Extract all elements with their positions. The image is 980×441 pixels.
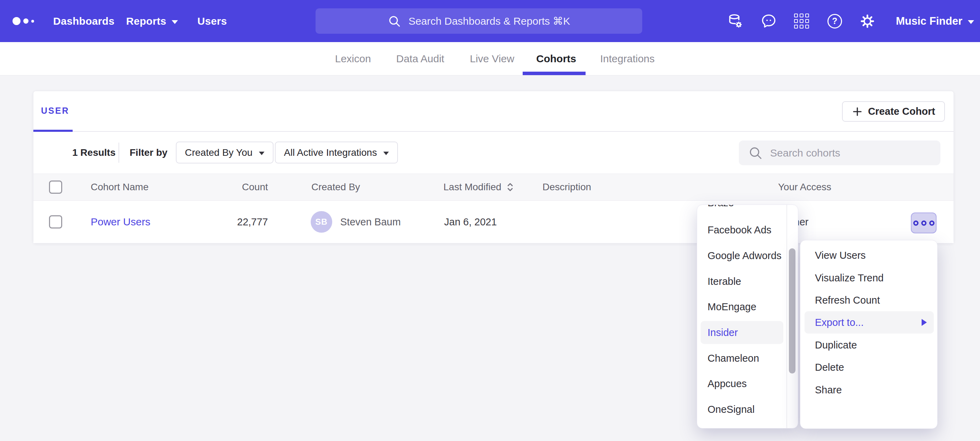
menu-item-visualize-trend[interactable]: Visualize Trend	[805, 267, 934, 289]
menu-item-insider[interactable]: Insider	[701, 321, 783, 344]
tab-lexicon[interactable]: Lexicon	[335, 42, 371, 75]
tab-data-audit[interactable]: Data Audit	[396, 42, 444, 75]
row-more-actions-button[interactable]	[911, 213, 937, 233]
search-icon	[388, 14, 401, 28]
search-cohorts-placeholder: Search cohorts	[770, 147, 840, 159]
tab-user-cohorts-label: USER	[41, 106, 69, 116]
menu-item-iterable[interactable]: Iterable	[701, 270, 783, 293]
filter-by-label: Filter by	[130, 132, 167, 174]
logo-dot-icon	[13, 17, 21, 25]
filter-bar: 1 Results Filter by Created By You All A…	[33, 132, 954, 174]
settings-gear-icon[interactable]	[858, 0, 877, 42]
help-icon[interactable]	[826, 0, 844, 42]
menu-item-export-to-label: Export to...	[815, 317, 864, 328]
nav-reports-label: Reports	[126, 15, 166, 27]
menu-item-duplicate[interactable]: Duplicate	[805, 334, 934, 356]
chevron-down-icon	[259, 152, 264, 155]
project-name: Music Finder	[896, 15, 962, 27]
integrations-dropdown-label: All Active Integrations	[284, 147, 377, 158]
menu-item-view-users[interactable]: View Users	[805, 244, 934, 267]
cohorts-card: USER Create Cohort 1 Results Filter by C…	[33, 91, 954, 243]
table-row: Power Users 22,777 SB Steven Baum Jan 6,…	[33, 201, 954, 243]
apps-grid-icon[interactable]	[792, 0, 810, 42]
logo-dot-icon	[23, 18, 29, 24]
last-modified-date: Jan 6, 2021	[444, 201, 497, 243]
project-switcher[interactable]: Music Finder	[896, 0, 974, 42]
row-checkbox[interactable]	[49, 215, 62, 228]
feedback-bubble-icon[interactable]	[760, 0, 778, 42]
cohort-count: 22,777	[207, 201, 268, 243]
plus-icon	[852, 106, 863, 117]
chevron-down-icon	[172, 20, 178, 24]
tab-cohorts-label: Cohorts	[536, 53, 576, 65]
row-actions-menu: View Users Visualize Trend Refresh Count…	[800, 240, 938, 429]
tab-live-view[interactable]: Live View	[470, 42, 514, 75]
nav-reports[interactable]: Reports	[126, 0, 178, 42]
create-cohort-label: Create Cohort	[868, 106, 935, 117]
menu-item-share[interactable]: Share	[805, 379, 934, 401]
menu-item-refresh-count[interactable]: Refresh Count	[805, 289, 934, 311]
search-cohorts-input[interactable]: Search cohorts	[739, 141, 940, 165]
ellipsis-dot-icon	[929, 220, 934, 226]
column-header-last-modified-label: Last Modified	[444, 182, 501, 193]
global-search-input[interactable]: Search Dashboards & Reports ⌘K	[315, 8, 642, 34]
created-by-name: Steven Baum	[340, 201, 401, 243]
global-search-placeholder: Search Dashboards & Reports ⌘K	[408, 15, 570, 27]
tab-live-view-label: Live View	[470, 53, 514, 65]
column-header-last-modified[interactable]: Last Modified	[444, 174, 514, 200]
nav-dashboards[interactable]: Dashboards	[53, 0, 115, 42]
search-icon	[748, 145, 763, 161]
nav-dashboards-label: Dashboards	[53, 15, 115, 27]
created-by-dropdown-label: Created By You	[185, 147, 253, 158]
ellipsis-dot-icon	[921, 220, 926, 226]
integrations-dropdown[interactable]: All Active Integrations	[275, 142, 398, 163]
create-cohort-button[interactable]: Create Cohort	[842, 101, 945, 122]
table-header-row: Cohort Name Count Created By Last Modifi…	[33, 174, 954, 201]
data-management-icon[interactable]	[726, 0, 745, 42]
menu-item-onesignal[interactable]: OneSignal	[701, 398, 783, 421]
created-by-dropdown[interactable]: Created By You	[176, 142, 274, 163]
tab-data-audit-label: Data Audit	[396, 53, 444, 65]
nav-users-label: Users	[197, 15, 227, 27]
tab-integrations-label: Integrations	[600, 53, 655, 65]
cohort-type-strip: USER Create Cohort	[33, 91, 954, 132]
chevron-down-icon	[968, 20, 974, 24]
submenu-arrow-icon	[922, 319, 927, 326]
active-tab-underline	[523, 72, 585, 75]
chevron-down-icon	[383, 152, 389, 155]
column-header-description: Description	[542, 174, 591, 200]
select-all-checkbox[interactable]	[49, 181, 62, 194]
tab-integrations[interactable]: Integrations	[600, 42, 655, 75]
menu-item-delete[interactable]: Delete	[805, 356, 934, 379]
menu-item-google-adwords[interactable]: Google Adwords	[701, 244, 783, 267]
menu-item-braze[interactable]: Braze	[701, 205, 783, 214]
menu-item-appcues[interactable]: Appcues	[701, 372, 783, 395]
export-to-submenu: Braze Facebook Ads Google Adwords Iterab…	[697, 205, 798, 428]
tab-cohorts[interactable]: Cohorts	[536, 42, 576, 75]
column-header-created-by: Created By	[311, 174, 360, 200]
column-header-cohort-name: Cohort Name	[91, 174, 149, 200]
cohort-name-link[interactable]: Power Users	[91, 201, 151, 243]
sort-icon	[506, 182, 514, 192]
divider	[118, 142, 119, 163]
section-tabs-bar: Lexicon Data Audit Live View Cohorts Int…	[0, 42, 980, 75]
menu-item-chameleon[interactable]: Chameleon	[701, 347, 783, 370]
top-navigation-bar: Dashboards Reports Users Search Dashboar…	[0, 0, 980, 42]
menu-item-moengage[interactable]: MoEngage	[701, 295, 783, 318]
menu-item-facebook-ads[interactable]: Facebook Ads	[701, 219, 783, 241]
menu-item-export-to[interactable]: Export to...	[805, 311, 934, 334]
results-count: 1 Results	[72, 132, 116, 174]
app-logo[interactable]	[13, 0, 34, 42]
nav-users[interactable]: Users	[197, 0, 227, 42]
scrollbar-track	[786, 205, 787, 428]
logo-dot-icon	[31, 20, 34, 22]
scrollbar-thumb[interactable]	[789, 248, 795, 374]
column-header-count: Count	[207, 174, 268, 200]
avatar: SB	[311, 211, 332, 233]
tab-user-cohorts[interactable]: USER	[41, 91, 69, 130]
column-header-your-access: Your Access	[778, 174, 831, 200]
ellipsis-dot-icon	[913, 220, 918, 226]
tab-lexicon-label: Lexicon	[335, 53, 371, 65]
